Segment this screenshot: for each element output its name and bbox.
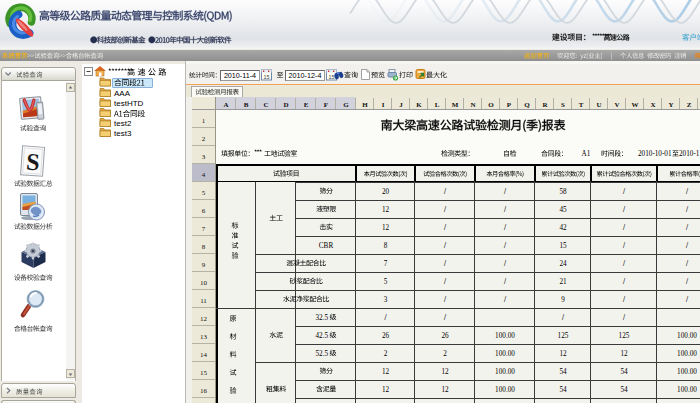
svg-text:test3: test3 xyxy=(114,129,132,138)
svg-text:9: 9 xyxy=(561,296,565,304)
svg-text:11: 11 xyxy=(200,297,207,305)
svg-text:45: 45 xyxy=(559,206,567,214)
svg-text:Q: Q xyxy=(524,101,530,109)
svg-text:13: 13 xyxy=(200,333,208,341)
svg-text:100.00: 100.00 xyxy=(495,332,515,340)
svg-text:14: 14 xyxy=(200,351,208,359)
svg-text:X: X xyxy=(650,101,655,109)
svg-text:V: V xyxy=(614,101,619,109)
svg-text:12: 12 xyxy=(200,315,208,323)
svg-text:15: 15 xyxy=(200,369,208,377)
svg-text:7: 7 xyxy=(384,260,388,268)
svg-text:12: 12 xyxy=(382,224,390,232)
svg-text:9: 9 xyxy=(202,261,206,269)
svg-text:AAA: AAA xyxy=(114,89,131,98)
svg-text:2010-10-01: 2010-10-01 xyxy=(638,150,672,158)
svg-text:12: 12 xyxy=(382,386,390,394)
svg-text:12: 12 xyxy=(382,206,390,214)
svg-text:T: T xyxy=(579,101,584,109)
svg-text:5: 5 xyxy=(202,189,206,197)
svg-text:3: 3 xyxy=(202,153,206,161)
svg-text:test2: test2 xyxy=(114,119,132,128)
svg-text:S: S xyxy=(561,101,565,109)
svg-text:B: B xyxy=(244,101,249,109)
svg-text:2010-1: 2010-1 xyxy=(679,150,700,158)
svg-text:Y: Y xyxy=(668,101,673,109)
svg-text:15: 15 xyxy=(559,242,567,250)
svg-text:G: G xyxy=(343,101,349,109)
svg-text:8: 8 xyxy=(384,242,388,250)
svg-text:15: 15 xyxy=(264,74,270,80)
svg-text:2010-12-4: 2010-12-4 xyxy=(289,71,322,80)
svg-text:2: 2 xyxy=(443,350,447,358)
svg-text:21: 21 xyxy=(559,278,567,286)
svg-text:D: D xyxy=(283,101,288,109)
svg-text:12: 12 xyxy=(441,368,449,376)
svg-text:testHTD: testHTD xyxy=(114,99,144,108)
svg-text:100.00: 100.00 xyxy=(495,386,515,394)
svg-text:7: 7 xyxy=(202,225,206,233)
svg-text:20: 20 xyxy=(382,188,390,196)
svg-text:100.00: 100.00 xyxy=(677,332,697,340)
svg-text:100.00: 100.00 xyxy=(677,368,697,376)
svg-text:54: 54 xyxy=(559,386,567,394)
svg-text:F: F xyxy=(324,101,328,109)
svg-text:R: R xyxy=(542,101,548,109)
svg-text:54: 54 xyxy=(620,386,628,394)
svg-text:L: L xyxy=(435,101,440,109)
svg-text:16: 16 xyxy=(200,387,208,395)
svg-text:26: 26 xyxy=(382,332,390,340)
svg-text:42: 42 xyxy=(559,224,567,232)
svg-text:M: M xyxy=(452,101,459,109)
svg-text:52.5: 52.5 xyxy=(316,350,329,358)
svg-text:125: 125 xyxy=(558,332,569,340)
svg-text:100.00: 100.00 xyxy=(677,350,697,358)
svg-text:2: 2 xyxy=(202,135,206,143)
svg-text:S: S xyxy=(25,149,40,176)
svg-text:58: 58 xyxy=(559,188,567,196)
svg-text:A: A xyxy=(223,101,228,109)
svg-text:10: 10 xyxy=(200,279,208,287)
svg-text:15: 15 xyxy=(329,74,335,80)
svg-text:2: 2 xyxy=(384,350,388,358)
svg-text:12: 12 xyxy=(559,350,567,358)
svg-text:100.00: 100.00 xyxy=(495,350,515,358)
svg-text:I: I xyxy=(382,101,385,109)
svg-text:H: H xyxy=(362,101,368,109)
svg-text:1: 1 xyxy=(202,117,206,125)
svg-text:E: E xyxy=(304,101,309,109)
svg-text:O: O xyxy=(488,101,494,109)
svg-text:100.00: 100.00 xyxy=(495,368,515,376)
svg-text:6: 6 xyxy=(202,207,206,215)
svg-text:C: C xyxy=(263,101,268,109)
svg-text:CBR: CBR xyxy=(319,242,334,250)
svg-text:5: 5 xyxy=(384,278,388,286)
svg-text:P: P xyxy=(507,101,512,109)
svg-text:54: 54 xyxy=(620,368,628,376)
svg-text:A1: A1 xyxy=(582,150,591,158)
svg-text:26: 26 xyxy=(441,332,449,340)
svg-text:U: U xyxy=(596,101,601,109)
svg-text:3: 3 xyxy=(384,296,388,304)
svg-text:32.5: 32.5 xyxy=(316,314,329,322)
svg-text:24: 24 xyxy=(559,260,567,268)
svg-text:42.5: 42.5 xyxy=(316,332,329,340)
svg-text:J: J xyxy=(399,101,403,109)
svg-text:8: 8 xyxy=(202,243,206,251)
svg-text:N: N xyxy=(470,101,475,109)
svg-text:54: 54 xyxy=(559,368,567,376)
svg-text:100.00: 100.00 xyxy=(677,386,697,394)
svg-text:4: 4 xyxy=(202,171,206,179)
svg-text:125: 125 xyxy=(619,332,630,340)
svg-text:K: K xyxy=(416,101,422,109)
svg-text:12: 12 xyxy=(620,350,628,358)
svg-text:2010-11-4: 2010-11-4 xyxy=(224,71,256,80)
svg-text:12: 12 xyxy=(441,386,449,394)
svg-text:W: W xyxy=(632,101,639,109)
svg-text:Z: Z xyxy=(687,101,692,109)
svg-text:12: 12 xyxy=(382,368,390,376)
